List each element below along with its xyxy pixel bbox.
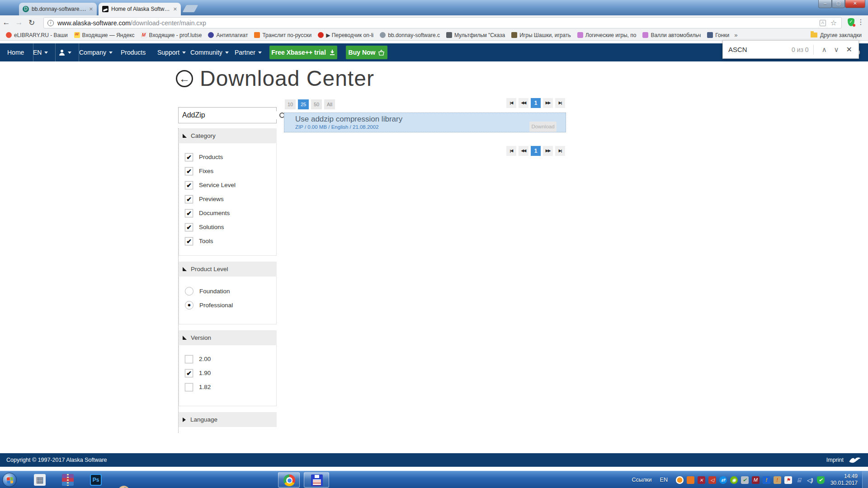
category-header[interactable]: Category [179,128,277,143]
adobe-m-icon[interactable]: M [752,476,760,484]
cleaner-warning-icon[interactable]: ! [774,476,781,484]
usb-device-icon[interactable]: ✔ [741,476,749,484]
browser-tab-donnay[interactable]: D bb.donnay-software.com ✕ [19,3,97,15]
bookmark-star-icon[interactable]: ☆ [830,19,837,27]
minimize-button[interactable]: – [818,0,832,8]
cloud-warning-icon[interactable]: ! [763,476,770,484]
filter-fixes[interactable]: ✔Fixes [179,164,276,178]
close-window-button[interactable]: ✕ [845,0,865,8]
page-size-25[interactable]: 25 [298,99,309,109]
page-size-all[interactable]: All [324,99,335,109]
previous-page-button[interactable]: ◀◀ [519,98,528,108]
version-182[interactable]: 1.82 [179,380,276,394]
language-indicator[interactable]: EN [660,477,668,483]
chrome-taskbar-button[interactable] [278,472,300,488]
bookmark-item[interactable]: Валли автомобильч [639,30,704,40]
start-button[interactable] [2,473,17,487]
filter-previews[interactable]: ✔Previews [179,192,276,206]
find-close-icon[interactable]: ✕ [843,45,853,54]
bookmark-item[interactable]: Игры Шашки, играть [508,30,574,40]
radio-professional[interactable]: ●Professional [179,298,276,312]
bookmarks-overflow-chevron[interactable]: » [734,32,737,38]
java-update-icon[interactable] [676,476,684,484]
nav-support[interactable]: Support [157,43,186,61]
product-level-header[interactable]: Product Level [179,262,277,277]
browser-menu-icon[interactable]: ⋮ [857,18,864,26]
paint-icon[interactable] [118,486,130,488]
network-icon[interactable]: ⌸ [795,476,803,484]
other-bookmarks-button[interactable]: Другие закладки [807,30,865,40]
bookmark-item[interactable]: Логические игры, по [574,30,640,40]
url-text[interactable]: www.alaska-software.com/download-center/… [57,19,820,27]
download-button[interactable]: Download [529,122,557,132]
bookmark-item[interactable]: Входящие — Яндекс [71,30,138,40]
checkbox[interactable]: ✔ [185,167,193,175]
links-toolbar-label[interactable]: Ссылки [632,477,652,483]
new-tab-button[interactable] [183,5,198,12]
first-page-button[interactable]: |◀ [506,146,516,156]
reload-button[interactable]: ↻ [25,18,38,28]
filter-service-level[interactable]: ✔Service Level [179,178,276,192]
back-button[interactable]: ← [0,18,13,27]
checkbox[interactable]: ✔ [185,195,193,203]
download-result-row[interactable]: Use addzip compression library ZIP / 0.0… [284,113,566,132]
bookmark-item[interactable]: Транслит по-русски [251,30,315,40]
filter-documents[interactable]: ✔Documents [179,206,276,220]
volume-icon[interactable]: ◁) [806,476,814,484]
page-size-50[interactable]: 50 [311,99,322,109]
calculator-icon[interactable]: ▦ [34,474,46,486]
utility-tool-icon[interactable]: ⨯ [698,476,705,484]
bookmark-item[interactable]: Мультфильм "Сказа [443,30,508,40]
language-header[interactable]: Language [179,412,277,427]
translate-icon[interactable]: A [820,20,826,26]
radio-button[interactable]: ● [185,301,193,310]
version-190[interactable]: ✔1.90 [179,366,276,380]
antivirus-extension-icon[interactable]: ✓ [848,18,854,26]
checkbox[interactable]: ✔ [185,209,193,217]
nav-products[interactable]: Products [121,43,146,61]
action-center-flag-icon[interactable]: ⚑ [784,476,792,484]
photoshop-icon[interactable]: Ps [90,474,102,486]
close-tab-icon[interactable]: ✕ [173,6,177,12]
checkbox[interactable]: ✔ [185,369,193,377]
taskbar-clock[interactable]: 14:49 30.01.2017 [830,473,858,487]
winrar-icon[interactable] [62,474,74,486]
security-shield-icon[interactable]: ✔ [817,476,825,484]
page-info-icon[interactable]: i [47,20,54,26]
show-desktop-button[interactable] [862,471,868,488]
nav-community[interactable]: Community [190,43,229,61]
nav-partner[interactable]: Partner [235,43,262,61]
filter-products[interactable]: ✔Products [179,150,276,164]
floppy-app-taskbar-button[interactable] [304,472,329,488]
nav-account[interactable] [52,43,79,61]
close-tab-icon[interactable]: ✕ [89,6,93,12]
search-input[interactable] [179,111,279,119]
radio-button[interactable] [185,287,193,296]
version-200[interactable]: 2.00 [179,352,276,366]
nvidia-icon[interactable]: ◉ [730,476,738,484]
checkbox[interactable]: ✔ [185,153,193,161]
next-page-button[interactable]: ▶▶ [543,146,553,156]
find-previous-icon[interactable]: ∧ [818,46,830,54]
bookmark-item[interactable]: MВходящие - prof.lutse [138,30,205,40]
checkbox[interactable]: ✔ [185,181,193,189]
audio-manager-icon[interactable]: ◁ [708,476,716,484]
bookmark-item[interactable]: bb.donnay-software.c [377,30,443,40]
checkbox[interactable]: ✔ [185,237,193,245]
back-button-page[interactable]: ← [176,70,193,87]
current-page[interactable]: 1 [531,98,541,108]
imprint-link[interactable]: Imprint [826,457,844,463]
maximize-button[interactable]: ▢ [832,0,845,8]
first-page-button[interactable]: |◀ [506,98,516,108]
free-trial-button[interactable]: Free Xbase++ trial [269,46,337,59]
bookmark-item[interactable]: Антиплагиат [205,30,251,40]
bookmark-item[interactable]: Гонки [704,30,732,40]
checkbox[interactable] [185,383,193,391]
page-size-10[interactable]: 10 [285,99,296,109]
bookmark-item[interactable]: ▶ Переводчик on-li [315,30,377,40]
last-page-button[interactable]: ▶| [555,146,565,156]
find-next-icon[interactable]: ∨ [830,46,843,54]
forward-button[interactable]: → [13,18,25,27]
browser-tab-alaska[interactable]: Home of Alaska Software ✕ [99,3,181,15]
checkbox[interactable] [185,355,193,363]
